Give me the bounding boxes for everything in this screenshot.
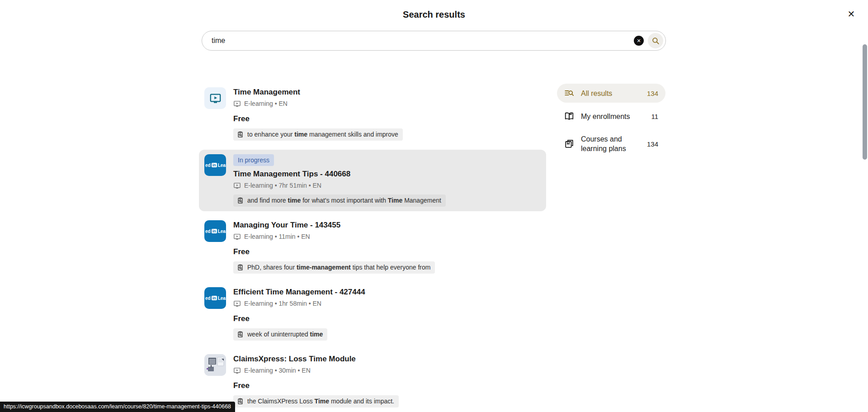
- search-snippet-chip: and find more time for what's most impor…: [233, 194, 446, 207]
- course-meta-text: E-learning • 1hr 58min • EN: [244, 299, 321, 308]
- course-meta-text: E-learning • 11min • EN: [244, 232, 310, 241]
- filter-count: 134: [642, 90, 658, 97]
- page-title: Search results: [0, 9, 868, 20]
- sidebar-item-courses-and-learning-plans[interactable]: Courses and learning plans 134: [557, 130, 665, 158]
- elearning-type-icon: [233, 182, 241, 189]
- search-snippet-chip: the ClaimsXPress Loss Time module and it…: [233, 395, 399, 407]
- search-result-item[interactable]: edinLear In progress Time Management Tip…: [199, 150, 546, 211]
- search-snippet-chip: week of uninterrupted time: [233, 328, 327, 341]
- clipboard-search-icon: [237, 398, 244, 405]
- course-meta: E-learning • 30min • EN: [233, 366, 311, 375]
- status-badge: In progress: [233, 154, 274, 166]
- course-title: Time Management Tips - 440668: [233, 169, 350, 179]
- courses-icon: [564, 139, 574, 149]
- course-thumbnail: edinLear: [204, 287, 226, 309]
- elearning-type-icon: [233, 367, 241, 374]
- linkedin-learning-logo: edinLear: [205, 163, 226, 168]
- search-result-item[interactable]: Time Management E-learning • EN Free: [199, 83, 546, 145]
- course-thumbnail: [204, 354, 226, 376]
- scrollbar-track[interactable]: [862, 0, 868, 412]
- search-result-item[interactable]: edinLear Efficient Time Management - 427…: [199, 283, 546, 345]
- course-meta: E-learning • EN: [233, 99, 288, 108]
- results-filter-rail: All results 134 My enrollments 11: [557, 84, 665, 162]
- filter-label: My enrollments: [581, 112, 630, 121]
- linkedin-learning-logo: edinLear: [205, 229, 226, 234]
- course-thumbnail: [204, 87, 226, 109]
- snippet-text: to enhance your time management skills a…: [247, 131, 398, 138]
- course-title: ClaimsXpress: Loss Time Module: [233, 354, 356, 364]
- office-illustration: [204, 354, 226, 376]
- clipboard-search-icon: [237, 264, 244, 271]
- elearning-type-icon: [233, 100, 241, 108]
- filter-label: Courses and learning plans: [581, 134, 636, 153]
- course-meta-text: E-learning • 7hr 51min • EN: [244, 181, 321, 190]
- linkedin-learning-logo: edinLear: [205, 296, 226, 301]
- price-label: Free: [233, 247, 250, 257]
- price-label: Free: [233, 314, 250, 324]
- course-thumbnail: edinLear: [204, 154, 226, 176]
- scrollbar-thumb[interactable]: [863, 44, 867, 160]
- course-meta: E-learning • 1hr 58min • EN: [233, 299, 321, 308]
- search-list-icon: [564, 88, 574, 98]
- snippet-text: week of uninterrupted time: [247, 331, 323, 338]
- course-title: Managing Your Time - 143455: [233, 220, 340, 230]
- price-label: Free: [233, 114, 250, 124]
- elearning-type-icon: [233, 233, 241, 241]
- filter-label: All results: [581, 89, 612, 98]
- filter-count: 134: [642, 140, 658, 148]
- search-input[interactable]: [211, 36, 634, 45]
- course-meta: E-learning • 7hr 51min • EN: [233, 181, 321, 190]
- sidebar-item-all-results[interactable]: All results 134: [557, 84, 665, 103]
- course-title: Efficient Time Management - 427444: [233, 287, 365, 297]
- clipboard-search-icon: [237, 131, 244, 138]
- course-title: Time Management: [233, 87, 300, 97]
- course-thumbnail: edinLear: [204, 220, 226, 242]
- search-button[interactable]: [648, 33, 663, 48]
- elearning-type-icon: [233, 300, 241, 308]
- close-icon[interactable]: ✕: [844, 6, 859, 22]
- price-label: Free: [233, 381, 250, 391]
- snippet-text: the ClaimsXPress Loss Time module and it…: [247, 398, 394, 405]
- search-results-list: Time Management E-learning • EN Free: [199, 83, 546, 412]
- course-meta: E-learning • 11min • EN: [233, 232, 310, 241]
- book-open-icon: [564, 111, 574, 121]
- course-meta-text: E-learning • EN: [244, 99, 288, 108]
- clear-search-icon[interactable]: ✕: [634, 36, 644, 46]
- clipboard-search-icon: [237, 331, 244, 338]
- search-result-item[interactable]: ClaimsXpress: Loss Time Module E-learnin…: [199, 350, 546, 412]
- filter-count: 11: [646, 113, 658, 120]
- sidebar-item-my-enrollments[interactable]: My enrollments 11: [557, 107, 665, 126]
- search-snippet-chip: to enhance your time management skills a…: [233, 128, 403, 141]
- search-result-item[interactable]: edinLear Managing Your Time - 143455 E-l…: [199, 216, 546, 278]
- search-icon: [651, 37, 660, 45]
- snippet-text: and find more time for what's most impor…: [247, 197, 441, 204]
- search-bar: ✕: [202, 31, 666, 51]
- clipboard-search-icon: [237, 197, 244, 204]
- link-preview-status-bar: https://icwgroupsandbox.docebosaas.com/l…: [0, 402, 235, 412]
- search-snippet-chip: PhD, shares four time-management tips th…: [233, 261, 435, 274]
- course-meta-text: E-learning • 30min • EN: [244, 366, 311, 375]
- elearning-play-icon: [209, 92, 222, 104]
- snippet-text: PhD, shares four time-management tips th…: [247, 264, 430, 271]
